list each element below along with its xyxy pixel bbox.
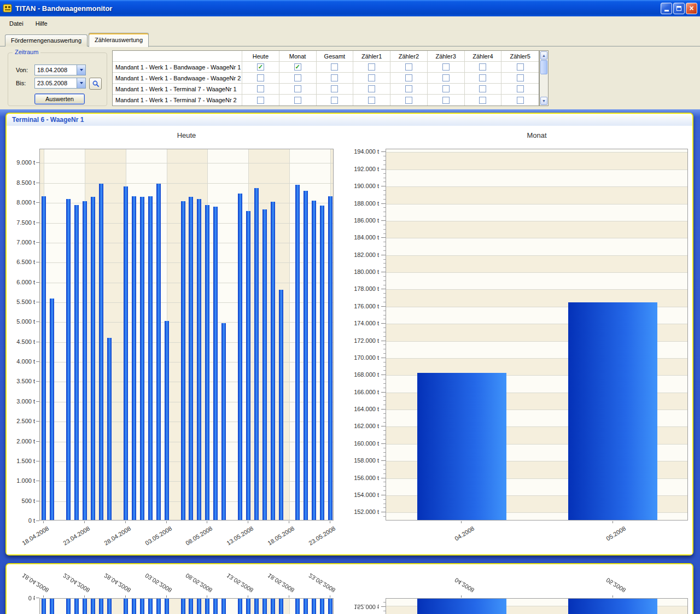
checkbox-zähler5[interactable] (517, 97, 524, 104)
table-scrollbar[interactable]: ▲ ▼ (539, 50, 549, 106)
gridline-horizontal (386, 238, 687, 238)
scroll-up-button[interactable]: ▲ (540, 51, 547, 60)
checkbox-heute[interactable] (257, 74, 264, 81)
checkbox-zähler3[interactable] (442, 85, 450, 92)
y-tick-minor (383, 482, 386, 482)
terminal6-panel: Terminal 6 - WaageNr 1 Heute0 t500 t1.00… (5, 113, 693, 555)
maximize-button[interactable] (673, 3, 685, 14)
checkbox-zähler1[interactable] (368, 63, 375, 71)
checkbox-zähler3[interactable] (442, 97, 450, 104)
checkbox-cell (501, 95, 539, 106)
checkbox-monat[interactable] (294, 97, 301, 104)
checkbox-zähler3[interactable] (442, 74, 450, 81)
checkbox-zähler2[interactable] (405, 63, 412, 71)
monat-plot-area (386, 149, 688, 521)
y-axis-label: 180.000 t (332, 268, 379, 275)
y-tick-minor (383, 366, 386, 367)
checkbox-zähler5[interactable] (517, 63, 524, 71)
table-row[interactable]: Mandant 1 - Werk 1 - Bandwaage - WaageNr… (113, 62, 539, 73)
scroll-down-button[interactable]: ▼ (540, 97, 547, 105)
checkbox-zähler2[interactable] (405, 85, 412, 92)
checkbox-monat[interactable] (294, 74, 301, 81)
daily-bar (148, 598, 153, 614)
checkbox-zähler1[interactable] (368, 74, 375, 81)
checkbox-monat[interactable] (294, 85, 301, 92)
checkbox-cell (465, 84, 502, 94)
x-axis-label: 05.2008 (590, 568, 627, 594)
daily-bar (197, 199, 201, 521)
checkbox-zähler4[interactable] (479, 74, 486, 81)
checkbox-zähler2[interactable] (405, 74, 412, 81)
checkbox-gesamt[interactable] (331, 63, 338, 71)
second-panel-partial: Heute0 t500 t1.000 t1.500 t2.000 t2.500 … (5, 563, 693, 614)
y-tick-minor (383, 602, 386, 603)
y-tick (381, 392, 386, 393)
checkbox-gesamt[interactable] (331, 97, 338, 104)
panel-header: Terminal 6 - WaageNr 1 (7, 114, 692, 126)
table-row[interactable]: Mandant 1 - Werk 1 - Bandwaage - WaageNr… (113, 73, 539, 84)
checkbox-zähler4[interactable] (479, 85, 486, 92)
checkbox-cell (242, 73, 279, 83)
daily-bar (132, 598, 136, 614)
minimize-button[interactable] (661, 3, 672, 14)
daily-bar (91, 598, 95, 614)
von-combo-dropdown-button[interactable] (77, 65, 85, 75)
y-axis-label: 156.000 t (332, 475, 379, 481)
checkbox-zähler2[interactable] (405, 97, 412, 104)
daily-bar (107, 338, 112, 521)
checkbox-zähler1[interactable] (368, 97, 375, 104)
menu-hilfe[interactable]: Hilfe (30, 18, 54, 29)
scrollbar-thumb[interactable] (540, 60, 547, 74)
y-tick-minor (383, 173, 386, 174)
y-axis-label: 7.000 t (7, 239, 35, 245)
tab-foerdermengenauswertung[interactable]: Fördermengenauswertung (5, 34, 88, 46)
checkbox-cell (501, 62, 539, 72)
checkbox-zähler5[interactable] (517, 85, 524, 92)
y-tick (36, 242, 39, 243)
gridline-horizontal (386, 169, 687, 170)
y-tick-minor (383, 400, 386, 401)
x-axis-label: 23.05.2008 (293, 564, 336, 594)
close-button[interactable]: × (686, 3, 697, 14)
bis-combo-dropdown-button[interactable] (77, 78, 85, 88)
checkbox-zähler4[interactable] (479, 97, 486, 104)
y-axis-label: 2.500 t (7, 418, 35, 424)
checkbox-zähler3[interactable] (442, 63, 450, 71)
y-tick-minor (383, 160, 386, 161)
tab-zaehlerauswertung[interactable]: Zählerauswertung (89, 33, 149, 47)
y-tick-minor (383, 285, 386, 285)
search-button[interactable] (89, 78, 102, 90)
x-axis-label: 23.05.2008 (293, 525, 336, 555)
x-axis-label: 28.04.2008 (89, 525, 132, 555)
daily-bar (189, 598, 193, 614)
checkbox-heute[interactable]: ✓ (257, 63, 264, 71)
y-tick (36, 461, 39, 461)
checkbox-monat[interactable]: ✓ (294, 63, 301, 71)
y-tick (36, 401, 39, 402)
table-row[interactable]: Mandant 1 - Werk 1 - Terminal 7 - WaageN… (113, 95, 539, 106)
checkbox-zähler5[interactable] (517, 74, 524, 81)
checkbox-heute[interactable] (257, 85, 264, 92)
bis-date-combobox[interactable]: 23.05.2008 (34, 78, 86, 89)
app-icon (3, 3, 13, 13)
titlebar[interactable]: TITAN - Bandwaagenmonitor × (0, 0, 700, 16)
von-date-combobox[interactable]: 18.04.2008 (34, 65, 86, 75)
y-axis-label: 0 t (7, 517, 35, 524)
gridline-horizontal (386, 186, 687, 187)
y-tick-minor (383, 405, 386, 405)
checkbox-zähler4[interactable] (479, 63, 486, 71)
daily-bar (304, 598, 308, 614)
checkbox-heute[interactable] (257, 97, 264, 104)
auswerten-button[interactable]: Auswerten (34, 93, 85, 104)
daily-bar (262, 598, 267, 614)
y-tick-minor (383, 611, 386, 611)
menu-datei[interactable]: Datei (3, 18, 30, 29)
table-row[interactable]: Mandant 1 - Werk 1 - Terminal 7 - WaageN… (113, 84, 539, 95)
monthly-bar (568, 302, 657, 521)
checkbox-gesamt[interactable] (331, 74, 338, 81)
daily-bar (205, 598, 209, 614)
checkbox-gesamt[interactable] (331, 85, 338, 92)
y-tick (36, 202, 39, 203)
checkbox-zähler1[interactable] (368, 85, 375, 92)
gridline-horizontal (386, 289, 687, 290)
